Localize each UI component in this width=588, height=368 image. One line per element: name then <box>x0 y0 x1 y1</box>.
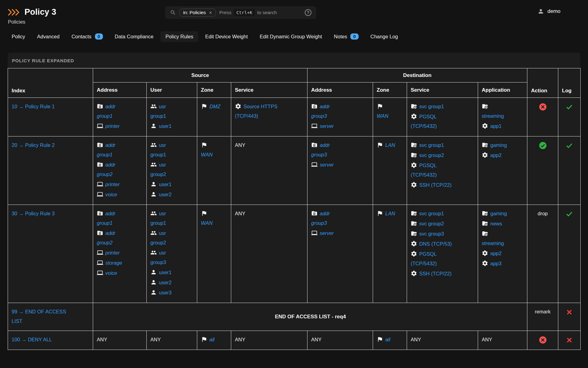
zone-flag-link[interactable]: WAN <box>201 152 213 157</box>
service-group-link[interactable]: svc group1 <box>419 211 444 216</box>
service-group-link[interactable]: gaming <box>490 211 507 216</box>
tab-data-compliance[interactable]: Data Compliance <box>110 31 159 42</box>
tab-edit-device-weight[interactable]: Edit Device Weight <box>200 31 253 42</box>
service-group-item[interactable]: svc group2 <box>411 219 475 228</box>
user-link[interactable]: user1 <box>159 182 172 187</box>
service-group-item[interactable]: svc group2 <box>411 151 475 160</box>
user-link[interactable]: user2 <box>159 192 172 197</box>
zone-flag-link[interactable]: WAN <box>201 220 213 226</box>
tab-change-log[interactable]: Change Log <box>366 31 403 42</box>
zone-flag-link[interactable]: WAN <box>377 113 388 119</box>
service-group-link[interactable]: streaming <box>482 113 504 119</box>
service-group-item[interactable]: svc group1 <box>411 102 475 111</box>
zone-flag-item[interactable]: WAN <box>201 140 228 159</box>
global-search-input[interactable]: in: Policies ✕ Press Ctrl+K to search ? <box>165 6 316 19</box>
user-link[interactable]: user2 <box>159 280 172 285</box>
zone-flag-link[interactable]: all <box>385 337 390 342</box>
service-group-item[interactable]: svc group3 <box>411 229 475 239</box>
service-group-link[interactable]: streaming <box>482 240 504 246</box>
host-item[interactable]: printer <box>97 248 143 258</box>
host-link[interactable]: printer <box>105 123 120 129</box>
service-link[interactable]: app2 <box>490 152 502 158</box>
address-group-item[interactable]: addrgroup2 <box>97 160 143 179</box>
service-link[interactable]: DNS (TCP/53) <box>419 241 452 247</box>
zone-flag-item[interactable]: DMZ <box>201 102 228 111</box>
service-item[interactable]: Source HTTPS(TCP/443) <box>235 102 304 121</box>
host-link[interactable]: server <box>320 162 334 167</box>
host-item[interactable]: printer <box>97 121 143 131</box>
user-menu[interactable]: demo <box>537 8 560 15</box>
host-item[interactable]: voice <box>97 190 143 199</box>
address-group-item[interactable]: addrgroup3 <box>311 102 370 121</box>
tab-policy-rules[interactable]: Policy Rules <box>160 31 198 42</box>
zone-flag-link[interactable]: LAN <box>385 142 395 148</box>
service-link[interactable]: app2 <box>490 251 502 256</box>
service-group-link[interactable]: svc group3 <box>419 231 444 236</box>
rule-link[interactable]: 20 → Policy Rule 2 <box>12 140 55 150</box>
zone-flag-item[interactable]: LAN <box>377 209 404 218</box>
help-icon[interactable]: ? <box>305 9 311 16</box>
service-group-item[interactable]: streaming <box>482 102 524 121</box>
tab-edit-dynamic-group-weight[interactable]: Edit Dynamic Group Weight <box>255 31 327 42</box>
service-group-item[interactable]: streaming <box>482 229 524 248</box>
user-group-item[interactable]: usrgroup2 <box>150 228 194 247</box>
service-group-link[interactable]: svc group2 <box>419 221 444 226</box>
user-item[interactable]: user3 <box>150 288 194 297</box>
host-link[interactable]: voice <box>105 192 117 197</box>
host-item[interactable]: server <box>311 160 370 170</box>
rule-link[interactable]: 100 → DENY ALL <box>12 335 52 344</box>
rule-link[interactable]: 10 → Policy Rule 1 <box>12 102 55 111</box>
tab-notes[interactable]: Notes0 <box>329 31 363 42</box>
zone-flag-link[interactable]: DMZ <box>209 104 221 109</box>
service-item[interactable]: app2 <box>482 249 524 258</box>
zone-flag-item[interactable]: WAN <box>201 209 228 228</box>
user-link[interactable]: user3 <box>159 290 172 295</box>
service-group-item[interactable]: svc group1 <box>411 140 475 150</box>
service-item[interactable]: app1 <box>482 121 524 131</box>
tab-policy[interactable]: Policy <box>7 31 30 42</box>
address-group-item[interactable]: addrgroup2 <box>97 228 143 247</box>
user-link[interactable]: user1 <box>159 123 172 129</box>
chip-close-icon[interactable]: ✕ <box>209 11 212 15</box>
service-item[interactable]: SSH (TCP/22) <box>411 180 475 190</box>
user-group-item[interactable]: usrgroup3 <box>150 248 194 267</box>
zone-flag-item[interactable]: all <box>201 335 228 344</box>
address-group-item[interactable]: addrgroup3 <box>311 140 370 159</box>
address-group-item[interactable]: addrgroup1 <box>97 140 143 159</box>
user-group-item[interactable]: usrgroup1 <box>150 209 194 228</box>
user-link[interactable]: user1 <box>159 270 172 275</box>
service-item[interactable]: app3 <box>482 259 524 268</box>
host-link[interactable]: printer <box>105 250 120 255</box>
user-item[interactable]: user1 <box>150 121 194 131</box>
user-item[interactable]: user2 <box>150 190 194 199</box>
user-item[interactable]: user1 <box>150 268 194 277</box>
service-item[interactable]: SSH (TCP/22) <box>411 269 475 278</box>
host-item[interactable]: server <box>311 228 370 238</box>
service-item[interactable]: PGSQL(TCP/5432) <box>411 112 475 131</box>
search-scope-chip[interactable]: in: Policies ✕ <box>179 9 216 17</box>
host-item[interactable]: voice <box>97 268 143 278</box>
zone-flag-link[interactable]: all <box>209 337 215 342</box>
service-group-link[interactable]: svc group2 <box>419 152 444 158</box>
tab-advanced[interactable]: Advanced <box>32 31 64 42</box>
rule-link[interactable]: 99 → END OF ACCESS LIST <box>12 307 74 326</box>
zone-flag-item[interactable]: LAN <box>377 140 404 150</box>
user-group-item[interactable]: usrgroup1 <box>150 102 194 121</box>
host-link[interactable]: storage <box>105 260 122 266</box>
user-group-item[interactable]: usrgroup1 <box>150 140 194 159</box>
service-item[interactable]: app2 <box>482 151 524 160</box>
zone-flag-link[interactable]: LAN <box>385 211 395 216</box>
service-group-item[interactable]: news <box>482 219 524 228</box>
user-item[interactable]: user2 <box>150 278 194 287</box>
service-group-item[interactable]: gaming <box>482 140 524 150</box>
service-group-item[interactable]: gaming <box>482 209 524 218</box>
service-link[interactable]: SSH (TCP/22) <box>419 271 451 276</box>
tab-contacts[interactable]: Contacts0 <box>66 31 107 42</box>
service-link[interactable]: app3 <box>490 261 502 266</box>
host-link[interactable]: voice <box>105 270 117 276</box>
service-group-link[interactable]: news <box>490 221 502 226</box>
host-link[interactable]: server <box>320 230 334 236</box>
host-item[interactable]: printer <box>97 180 143 189</box>
user-item[interactable]: user1 <box>150 180 194 189</box>
host-link[interactable]: printer <box>105 182 120 187</box>
